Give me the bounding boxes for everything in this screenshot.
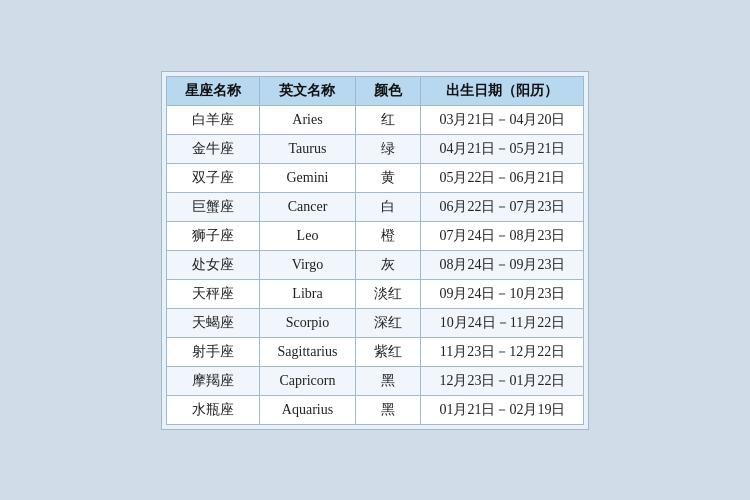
table-header-cell: 颜色	[356, 76, 421, 105]
table-cell: Gemini	[259, 163, 356, 192]
table-cell: Taurus	[259, 134, 356, 163]
table-cell: 黑	[356, 395, 421, 424]
table-cell: Libra	[259, 279, 356, 308]
table-cell: 紫红	[356, 337, 421, 366]
table-cell: 08月24日－09月23日	[421, 250, 584, 279]
table-cell: 巨蟹座	[166, 192, 259, 221]
table-row: 双子座Gemini黄05月22日－06月21日	[166, 163, 584, 192]
table-cell: 灰	[356, 250, 421, 279]
table-cell: 05月22日－06月21日	[421, 163, 584, 192]
table-cell: Scorpio	[259, 308, 356, 337]
table-row: 狮子座Leo橙07月24日－08月23日	[166, 221, 584, 250]
table-cell: 摩羯座	[166, 366, 259, 395]
table-cell: 12月23日－01月22日	[421, 366, 584, 395]
table-cell: 射手座	[166, 337, 259, 366]
table-cell: 天秤座	[166, 279, 259, 308]
table-row: 处女座Virgo灰08月24日－09月23日	[166, 250, 584, 279]
table-cell: Cancer	[259, 192, 356, 221]
table-header-cell: 英文名称	[259, 76, 356, 105]
table-cell: Capricorn	[259, 366, 356, 395]
table-cell: 03月21日－04月20日	[421, 105, 584, 134]
table-cell: 黑	[356, 366, 421, 395]
table-cell: 11月23日－12月22日	[421, 337, 584, 366]
table-cell: 04月21日－05月21日	[421, 134, 584, 163]
table-row: 射手座Sagittarius紫红11月23日－12月22日	[166, 337, 584, 366]
table-cell: Leo	[259, 221, 356, 250]
table-cell: 淡红	[356, 279, 421, 308]
table-row: 巨蟹座Cancer白06月22日－07月23日	[166, 192, 584, 221]
table-cell: 水瓶座	[166, 395, 259, 424]
zodiac-table-wrapper: 星座名称英文名称颜色出生日期（阳历） 白羊座Aries红03月21日－04月20…	[161, 71, 590, 430]
table-cell: 白	[356, 192, 421, 221]
table-cell: 绿	[356, 134, 421, 163]
table-cell: 黄	[356, 163, 421, 192]
table-row: 白羊座Aries红03月21日－04月20日	[166, 105, 584, 134]
table-cell: 01月21日－02月19日	[421, 395, 584, 424]
table-cell: 09月24日－10月23日	[421, 279, 584, 308]
table-cell: 金牛座	[166, 134, 259, 163]
table-cell: 双子座	[166, 163, 259, 192]
table-cell: 07月24日－08月23日	[421, 221, 584, 250]
table-cell: 橙	[356, 221, 421, 250]
table-cell: 深红	[356, 308, 421, 337]
table-cell: Virgo	[259, 250, 356, 279]
table-cell: 白羊座	[166, 105, 259, 134]
table-cell: 狮子座	[166, 221, 259, 250]
table-cell: 10月24日－11月22日	[421, 308, 584, 337]
table-header-cell: 出生日期（阳历）	[421, 76, 584, 105]
table-cell: 天蝎座	[166, 308, 259, 337]
table-header-row: 星座名称英文名称颜色出生日期（阳历）	[166, 76, 584, 105]
table-cell: Aquarius	[259, 395, 356, 424]
table-cell: Aries	[259, 105, 356, 134]
table-cell: Sagittarius	[259, 337, 356, 366]
table-row: 天秤座Libra淡红09月24日－10月23日	[166, 279, 584, 308]
table-cell: 处女座	[166, 250, 259, 279]
zodiac-table: 星座名称英文名称颜色出生日期（阳历） 白羊座Aries红03月21日－04月20…	[166, 76, 585, 425]
table-row: 水瓶座Aquarius黑01月21日－02月19日	[166, 395, 584, 424]
table-cell: 红	[356, 105, 421, 134]
table-row: 金牛座Taurus绿04月21日－05月21日	[166, 134, 584, 163]
table-cell: 06月22日－07月23日	[421, 192, 584, 221]
table-header-cell: 星座名称	[166, 76, 259, 105]
table-row: 天蝎座Scorpio深红10月24日－11月22日	[166, 308, 584, 337]
table-row: 摩羯座Capricorn黑12月23日－01月22日	[166, 366, 584, 395]
